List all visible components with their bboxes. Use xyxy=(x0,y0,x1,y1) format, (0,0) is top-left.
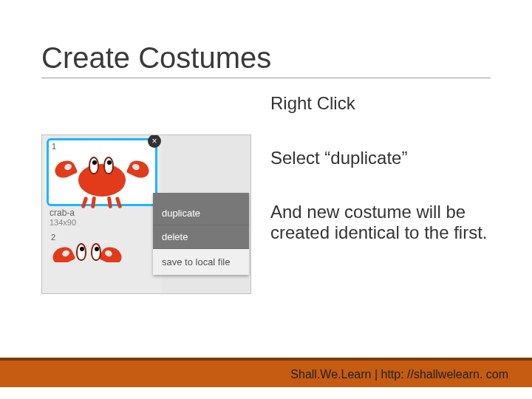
menu-item-duplicate[interactable]: duplicate xyxy=(153,202,249,225)
thumb-number: 2 xyxy=(48,233,156,242)
screenshot-area: 1 × crab-a 134x90 2 xyxy=(41,93,251,294)
step-2: Select “duplicate” xyxy=(270,148,491,168)
thumb-dimensions: 134x90 xyxy=(42,218,162,230)
costume-thumb-list: 1 × crab-a 134x90 2 xyxy=(42,135,162,293)
step-1: Right Click xyxy=(270,93,491,114)
menu-item-save[interactable]: save to local file xyxy=(153,249,249,275)
menu-item-delete[interactable]: delete xyxy=(153,225,249,249)
instructions: Right Click Select “duplicate” And new c… xyxy=(270,93,491,294)
costume-thumb-1[interactable]: 1 × xyxy=(47,138,157,206)
context-menu: duplicate delete save to local file xyxy=(153,193,249,275)
close-icon[interactable]: × xyxy=(148,134,161,148)
costume-panel: 1 × crab-a 134x90 2 xyxy=(41,134,251,294)
thumb-name: crab-a xyxy=(42,206,162,218)
step-3: And new costume will be created identica… xyxy=(270,202,491,242)
crab-icon xyxy=(48,242,156,262)
crab-icon xyxy=(56,151,148,201)
footer-text: Shall.We.Learn | http: //shallwelearn. c… xyxy=(290,368,508,381)
page-title: Create Costumes xyxy=(41,41,491,78)
costume-thumb-2[interactable]: 2 xyxy=(47,231,157,264)
content-row: 1 × crab-a 134x90 2 xyxy=(41,93,491,294)
thumb-number: 1 xyxy=(52,142,56,151)
